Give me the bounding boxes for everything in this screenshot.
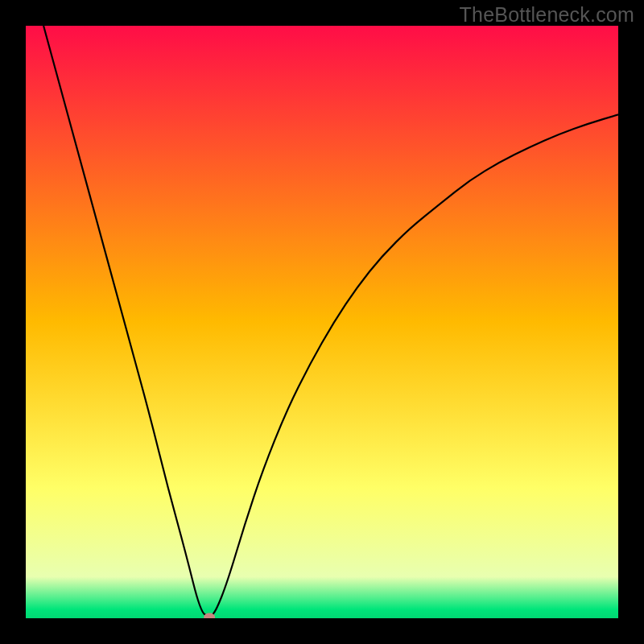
chart-frame: TheBottleneck.com [0,0,644,644]
plot-area [26,26,618,618]
plot-background [26,26,618,618]
watermark-text: TheBottleneck.com [460,3,634,27]
plot-svg [26,26,618,618]
